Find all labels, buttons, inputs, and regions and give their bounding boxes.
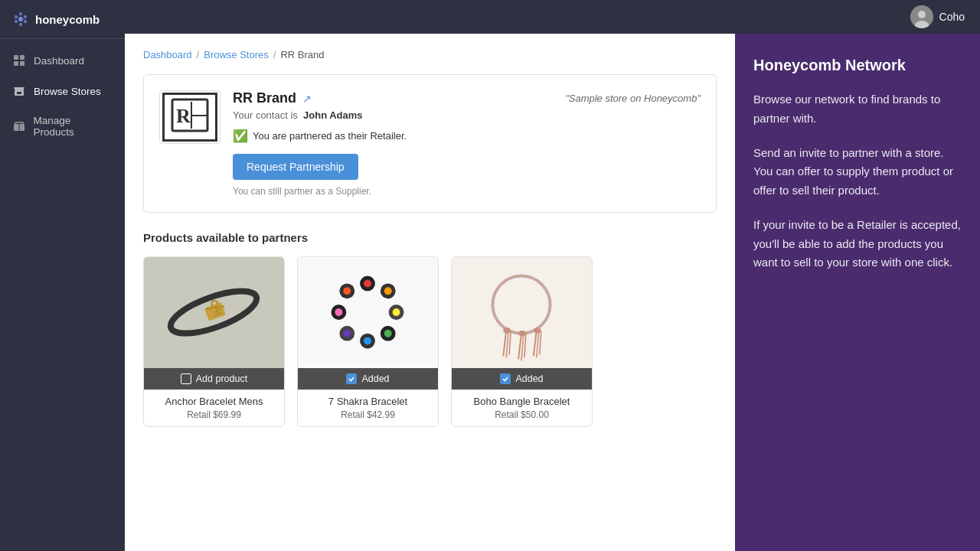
partnered-text: You are partnered as their Retailer. [253, 130, 407, 142]
added-checkbox-3[interactable] [500, 373, 511, 384]
added-checkbox-2[interactable] [346, 373, 357, 384]
avatar [910, 5, 933, 28]
sidebar-item-dashboard[interactable]: Dashboard [0, 45, 125, 76]
breadcrumb: Dashboard / Browse Stores / RR Brand [143, 49, 717, 60]
svg-point-5 [19, 12, 22, 15]
product-card-3: Added Boho Bangle Bracelet Retail $50.00 [451, 256, 593, 427]
store-name: RR Brand [233, 90, 296, 106]
username: Coho [939, 11, 965, 23]
topbar-user[interactable]: Coho [910, 5, 965, 28]
product-action-bar-2[interactable]: Added [298, 368, 438, 390]
svg-point-45 [335, 308, 342, 316]
product-action-bar-3[interactable]: Added [452, 368, 592, 390]
svg-point-1 [15, 15, 18, 18]
svg-point-56 [518, 331, 526, 337]
sidebar-item-dashboard-label: Dashboard [34, 55, 84, 67]
add-checkbox-1[interactable] [181, 373, 191, 384]
supplier-note: You can still partner as a Supplier. [233, 186, 701, 197]
svg-rect-12 [17, 92, 21, 94]
svg-point-16 [918, 11, 926, 18]
store-header: R RR Brand ↗ "Sample store on Honeycomb" [159, 90, 701, 197]
store-card: R RR Brand ↗ "Sample store on Honeycomb" [143, 74, 717, 213]
svg-point-43 [364, 337, 371, 345]
sidebar-item-manage-products-label: Manage Products [34, 115, 113, 138]
sidebar: honeycomb Dashboard Browse [0, 0, 125, 551]
store-name-row: RR Brand ↗ "Sample store on Honeycomb" [233, 90, 701, 106]
product-name-1: Anchor Bracelet Mens [152, 396, 276, 407]
sidebar-item-browse-stores[interactable]: Browse Stores [0, 76, 125, 106]
right-panel: Honeycomb Network Browse our network to … [735, 34, 980, 551]
product-image-3 [452, 257, 592, 368]
app-name: honeycomb [35, 13, 100, 26]
svg-point-39 [364, 279, 371, 287]
breadcrumb-sep-1: / [197, 49, 200, 60]
svg-point-2 [24, 15, 27, 18]
store-sample-label: "Sample store on Honeycomb" [565, 93, 701, 104]
svg-point-3 [15, 20, 18, 23]
svg-rect-8 [20, 55, 24, 60]
external-link-icon[interactable]: ↗ [302, 93, 312, 105]
product-price-2: Retail $42.99 [305, 409, 430, 420]
breadcrumb-current: RR Brand [280, 49, 324, 60]
right-panel-title: Honeycomb Network [753, 55, 962, 75]
right-panel-p1: Browse our network to find brands to par… [753, 90, 962, 129]
product-details-2: 7 Shakra Bracelet Retail $42.99 [298, 390, 438, 426]
store-contact: Your contact is John Adams [233, 109, 701, 121]
product-name-3: Boho Bangle Bracelet [459, 396, 584, 407]
store-info: RR Brand ↗ "Sample store on Honeycomb" Y… [233, 90, 701, 197]
right-panel-p3: If your invite to be a Retailer is accep… [753, 216, 962, 272]
svg-rect-10 [20, 61, 24, 66]
store-partnered: ✅ You are partnered as their Retailer. [233, 129, 701, 143]
svg-point-0 [18, 17, 23, 21]
added-label-2: Added [361, 373, 389, 384]
product-details-1: Anchor Bracelet Mens Retail $69.99 [144, 390, 284, 426]
svg-point-42 [384, 330, 392, 337]
store-logo-text: R [162, 93, 217, 142]
box-icon [12, 119, 26, 133]
svg-point-41 [393, 308, 400, 316]
svg-rect-7 [14, 55, 18, 60]
svg-point-4 [24, 20, 27, 23]
product-price-3: Retail $50.00 [459, 409, 584, 420]
store-logo: R [159, 90, 220, 144]
breadcrumb-browse-stores[interactable]: Browse Stores [204, 49, 269, 60]
breadcrumb-sep-2: / [273, 49, 276, 60]
app-logo[interactable]: honeycomb [0, 0, 125, 39]
added-label-3: Added [515, 373, 543, 384]
product-card-1: Add product Anchor Bracelet Mens Retail … [143, 256, 285, 427]
sidebar-nav: Dashboard Browse Stores Manage Product [0, 39, 125, 152]
product-image-2 [298, 257, 438, 368]
product-action-bar-1[interactable]: Add product [144, 368, 284, 390]
product-price-1: Retail $69.99 [152, 409, 276, 420]
contact-name: John Adams [303, 109, 363, 121]
check-circle-icon: ✅ [233, 129, 248, 143]
products-section: Products available to partners [143, 231, 717, 427]
store-icon [12, 84, 26, 98]
sidebar-item-manage-products[interactable]: Manage Products [0, 106, 125, 146]
svg-point-6 [19, 23, 22, 26]
add-product-label-1: Add product [196, 373, 247, 384]
svg-point-40 [384, 287, 392, 295]
logo-icon [12, 11, 29, 28]
dashboard-icon [12, 54, 26, 67]
content-area: Dashboard / Browse Stores / RR Brand R [125, 34, 980, 551]
breadcrumb-dashboard[interactable]: Dashboard [143, 49, 192, 60]
sidebar-item-browse-stores-label: Browse Stores [34, 86, 101, 97]
main-content: Dashboard / Browse Stores / RR Brand R [125, 34, 735, 551]
svg-rect-9 [14, 61, 18, 66]
product-details-3: Boho Bangle Bracelet Retail $50.00 [452, 390, 592, 426]
svg-point-60 [534, 328, 541, 334]
main-wrapper: Coho Dashboard / Browse Stores / RR Bran… [125, 0, 980, 551]
contact-prefix: Your contact is [233, 109, 298, 121]
svg-rect-29 [298, 258, 438, 367]
svg-point-44 [343, 330, 351, 337]
product-card-2: Added 7 Shakra Bracelet Retail $42.99 [297, 256, 439, 427]
products-grid: Add product Anchor Bracelet Mens Retail … [143, 256, 717, 427]
svg-point-46 [343, 287, 351, 295]
products-section-title: Products available to partners [143, 231, 717, 244]
product-name-2: 7 Shakra Bracelet [305, 396, 430, 407]
svg-point-52 [503, 328, 511, 334]
request-partnership-button[interactable]: Request Partnership [233, 154, 358, 180]
product-image-1 [144, 257, 284, 368]
right-panel-p2: Send an invite to partner with a store. … [753, 144, 962, 201]
